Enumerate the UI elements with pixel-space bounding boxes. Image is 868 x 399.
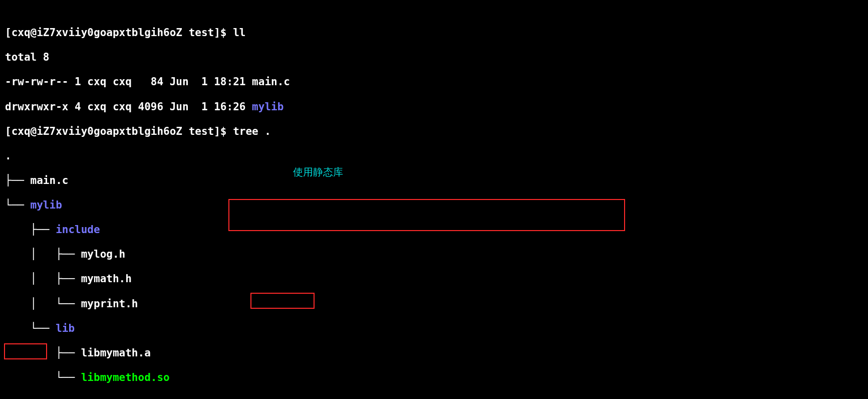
ll-row-perms: -rw-rw-r-- 1 cxq cxq 84 Jun 1 18:21 (5, 76, 252, 88)
tree-myprint: │ └── myprint.h (5, 298, 863, 310)
blank-line (5, 396, 863, 399)
tree-dot: . (5, 150, 863, 162)
cmd-tree: tree . (233, 125, 271, 137)
tree-sharedlib: libmymethod.so (81, 371, 170, 383)
ll-row-dir: mylib (252, 101, 283, 113)
ll-row-mainc: -rw-rw-r-- 1 cxq cxq 84 Jun 1 18:21 main… (5, 76, 863, 88)
ll-row-mylib: drwxrwxr-x 4 cxq cxq 4096 Jun 1 16:26 my… (5, 101, 863, 113)
tree-dir: include (56, 224, 100, 236)
tree-libso: └── libmymethod.so (5, 371, 863, 384)
prompt-line-1: [cxq@iZ7xviiy0goapxtblgih6oZ test]$ ll (5, 27, 863, 39)
prompt: [cxq@iZ7xviiy0goapxtblgih6oZ test]$ (5, 125, 233, 137)
tree-lib: └── lib (5, 322, 863, 335)
cmd-ll: ll (233, 27, 245, 39)
tree-dir: mylib (31, 199, 62, 211)
ll-total: total 8 (5, 51, 863, 64)
tree-libmymath: ├── libmymath.a (5, 347, 863, 359)
tree-include: ├── include (5, 224, 863, 236)
tree-mainc: ├── main.c (5, 174, 863, 187)
prompt: [cxq@iZ7xviiy0goapxtblgih6oZ test]$ (5, 27, 233, 39)
ll-row-file: main.c (252, 76, 290, 88)
tree-dir: lib (56, 322, 75, 334)
tree-mymath: │ ├── mymath.h (5, 273, 863, 285)
prompt-line-2: [cxq@iZ7xviiy0goapxtblgih6oZ test]$ tree… (5, 125, 863, 138)
ll-row-perms: drwxrwxr-x 4 cxq cxq 4096 Jun 1 16:26 (5, 101, 252, 113)
terminal[interactable]: [cxq@iZ7xviiy0goapxtblgih6oZ test]$ ll t… (0, 0, 868, 399)
tree-mylog: │ ├── mylog.h (5, 248, 863, 261)
annotation-label: 使用静态库 (293, 166, 343, 178)
tree-mylib: └── mylib (5, 199, 863, 212)
